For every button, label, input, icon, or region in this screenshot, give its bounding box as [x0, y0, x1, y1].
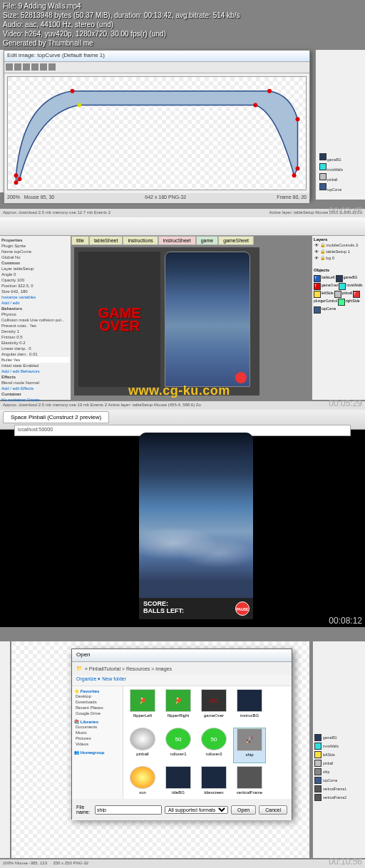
tab-game[interactable]: game: [196, 236, 219, 245]
obj-rightside-icon[interactable]: [338, 299, 345, 306]
obj-gamebg-icon[interactable]: [336, 275, 343, 282]
layer-item[interactable]: 👁 🔒 tableSetup 1: [314, 248, 364, 254]
file-item[interactable]: 50rollover2: [197, 728, 230, 763]
layout-canvas[interactable]: GAME OVER: [74, 247, 259, 396]
open-button[interactable]: Open: [231, 805, 256, 815]
image-editor-window: Edit image: topCurve (Default frame 1) 2…: [4, 50, 310, 200]
tool-icon[interactable]: [6, 63, 13, 71]
dialog-toolbar[interactable]: Organize ▾ New folder: [72, 675, 292, 686]
sidebar-item-downloads[interactable]: Downloads: [74, 699, 120, 705]
dialog-sidebar[interactable]: ⭐ Favorites Desktop Downloads Recent Pla…: [72, 686, 123, 799]
file-grid[interactable]: 🏓flipperLeft 🏓flipperRight GOgameOver in…: [123, 686, 292, 799]
tool-icon[interactable]: [40, 63, 47, 71]
timestamp: 00:08:12: [329, 616, 362, 626]
cancel-button[interactable]: Cancel: [259, 805, 287, 815]
swatch-pinball-icon[interactable]: [319, 173, 327, 180]
obj-icon[interactable]: [314, 794, 322, 801]
tool-sidebar[interactable]: [0, 641, 10, 858]
app-ribbon[interactable]: [0, 217, 365, 236]
gameover-sprite[interactable]: GAME OVER: [78, 252, 160, 387]
file-item[interactable]: sun: [126, 766, 159, 802]
tool-icon[interactable]: [48, 63, 56, 71]
obj-plunger-icon[interactable]: T: [353, 291, 360, 298]
thumbnail-metadata: File: 9 Adding Walls.mp4 Size: 52813948 …: [3, 1, 240, 48]
game-preview[interactable]: SCORE: BALLS LEFT: PAUSE: [139, 433, 253, 619]
file-item[interactable]: pinball: [126, 728, 159, 763]
meta-generator: Generated by Thumbnail me: [3, 38, 240, 48]
swatch-topcurve-icon[interactable]: [319, 183, 327, 190]
browser-chrome: Space Pinball (Construct 2 preview) loca…: [0, 410, 365, 430]
svg-point-5: [296, 166, 300, 170]
editor-canvas[interactable]: [7, 76, 307, 190]
obj-icon[interactable]: [314, 785, 322, 792]
sidebar-item-documents[interactable]: Documents: [74, 724, 120, 730]
file-item[interactable]: titleBG: [162, 766, 195, 802]
app-statusbar: Approx. download 2.5 mb memory use 13 mb…: [0, 401, 365, 410]
browser-tab[interactable]: Space Pinball (Construct 2 preview): [3, 411, 109, 423]
svg-point-1: [14, 173, 19, 177]
timestamp: 00:02:45: [329, 206, 362, 216]
svg-point-4: [296, 117, 300, 121]
file-item[interactable]: 🏓flipperLeft: [126, 689, 159, 725]
obj-icon[interactable]: [314, 743, 322, 750]
obj-ballsleft-icon[interactable]: T: [314, 275, 321, 282]
dialog-titlebar[interactable]: Open: [72, 649, 292, 662]
tab-instructions[interactable]: instructions: [123, 236, 158, 245]
dialog-breadcrumb[interactable]: 📁 « PinballTutorial > Resources > images: [72, 662, 292, 675]
filetype-select[interactable]: All supported formats: [165, 806, 228, 814]
file-item[interactable]: verticalFrame: [233, 766, 266, 802]
sidebar-item-pictures[interactable]: Pictures: [74, 735, 120, 741]
file-item[interactable]: GOgameOver: [197, 689, 230, 725]
sidebar-item-desktop[interactable]: Desktop: [74, 693, 120, 699]
obj-icon[interactable]: [314, 751, 322, 758]
obj-icon[interactable]: [314, 760, 322, 767]
properties-panel[interactable]: Properties Plugin Sprite Name topCurve G…: [0, 236, 71, 400]
game-hud: SCORE: BALLS LEFT: PAUSE: [139, 598, 253, 619]
timestamp: 00:05:29: [329, 398, 362, 408]
file-item[interactable]: instrucBG: [233, 689, 266, 725]
window-titlebar[interactable]: Edit image: topCurve (Default frame 1): [4, 51, 309, 62]
score-label: SCORE:: [143, 600, 249, 607]
editor-statusbar: 200% Mouse 85, 30 642 x 180 PNG-32 Frame…: [4, 193, 309, 203]
obj-leftside-icon[interactable]: [314, 291, 321, 298]
obj-icon[interactable]: [314, 734, 322, 741]
tool-icon[interactable]: [23, 63, 30, 71]
tool-icon[interactable]: [31, 63, 38, 71]
obj-gameover-icon[interactable]: T: [314, 283, 321, 290]
layer-item[interactable]: 👁 🔒 mobileControls 2: [314, 242, 364, 248]
obj-icon[interactable]: [314, 777, 322, 784]
filename-input[interactable]: [95, 805, 162, 815]
tab-tablesheet[interactable]: tableSheet: [89, 236, 123, 245]
obj-pinball-icon[interactable]: [334, 291, 341, 298]
file-item[interactable]: 🏓flipperRight: [162, 689, 195, 725]
editor-toolbar[interactable]: [4, 62, 309, 73]
sidebar-item-gdrive[interactable]: Google Drive: [74, 711, 120, 716]
tab-gamesheet[interactable]: gameSheet: [218, 236, 254, 245]
swatch-inviswalls-icon[interactable]: [319, 163, 327, 170]
file-item[interactable]: titlescreen: [197, 766, 230, 802]
layers-objects-panel[interactable]: Layers 👁 🔒 mobileControls 2 👁 🔒 tableSet…: [312, 236, 365, 400]
tab-title[interactable]: title: [71, 236, 89, 245]
obj-icon[interactable]: [314, 768, 322, 775]
panel-file-dialog: Open 📁 « PinballTutorial > Resources > i…: [0, 627, 365, 868]
svg-point-0: [14, 180, 19, 185]
sidebar-item-videos[interactable]: Videos: [74, 741, 120, 747]
obj-inviswalls-icon[interactable]: [339, 283, 346, 290]
game-layout-preview[interactable]: [165, 252, 250, 387]
tab-instrucsheet[interactable]: instrucSheet: [158, 236, 196, 245]
swatch-gamebg-icon[interactable]: [319, 153, 327, 160]
tool-icon[interactable]: [14, 63, 21, 71]
sidebar-item-recent[interactable]: Recent Places: [74, 705, 120, 711]
file-item[interactable]: 50rollover1: [162, 728, 195, 763]
layout-tabs: title tableSheet instructions instrucShe…: [71, 236, 254, 245]
stop-button-icon[interactable]: [235, 372, 247, 383]
objects-panel[interactable]: gameBG invisWalls pinball topCurve: [315, 50, 365, 200]
panel-layout-editor: title tableSheet instructions instrucShe…: [0, 217, 365, 410]
sidebar-item-music[interactable]: Music: [74, 730, 120, 735]
objects-panel[interactable]: gameBG invisWalls leftSide pinball ship …: [312, 641, 365, 858]
layer-item[interactable]: 👁 🔒 bg 0: [314, 254, 364, 261]
file-item-selected[interactable]: 🚀ship: [233, 728, 266, 763]
svg-point-8: [77, 103, 81, 108]
pause-button[interactable]: PAUSE: [235, 601, 250, 616]
obj-topcurve-icon[interactable]: [314, 306, 321, 314]
